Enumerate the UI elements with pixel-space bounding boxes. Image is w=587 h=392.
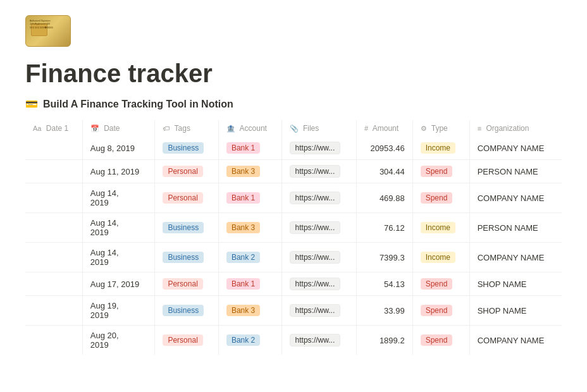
file-link[interactable]: https://ww... — [290, 278, 341, 290]
cell-type: Spend — [412, 296, 469, 326]
type-badge: Income — [421, 252, 455, 263]
type-icon: ⚙ — [421, 125, 427, 132]
file-link[interactable]: https://ww... — [290, 142, 341, 154]
tag-badge: Personal — [163, 166, 202, 177]
account-badge: Bank 2 — [226, 252, 260, 263]
cell-tags: Personal — [155, 326, 218, 355]
tags-icon: 🏷 — [163, 125, 170, 132]
account-badge: Bank 1 — [226, 278, 260, 290]
cell-account: Bank 2 — [218, 326, 281, 355]
cell-tags: Business — [155, 213, 218, 243]
file-link[interactable]: https://ww... — [290, 304, 341, 317]
cell-date1 — [25, 213, 82, 243]
cell-files[interactable]: https://ww... — [281, 326, 356, 355]
cell-files[interactable]: https://ww... — [281, 296, 356, 326]
col-header-date1: Aa Date 1 — [25, 120, 82, 137]
cell-files[interactable]: https://ww... — [281, 137, 356, 160]
file-link[interactable]: https://ww... — [290, 221, 341, 234]
tag-badge: Business — [163, 222, 204, 233]
cell-account: Bank 1 — [218, 183, 281, 213]
account-badge: Bank 2 — [226, 334, 260, 346]
cell-date: Aug 20,2019 — [82, 326, 155, 355]
file-link[interactable]: https://ww... — [290, 165, 341, 178]
cell-amount: 1899.2 — [356, 326, 412, 355]
file-link[interactable]: https://ww... — [290, 251, 341, 264]
table-row: Aug 17, 2019PersonalBank 1https://ww...5… — [25, 273, 562, 296]
cell-date1 — [25, 243, 82, 273]
cell-amount: 33.99 — [356, 296, 412, 326]
file-link[interactable]: https://ww... — [290, 192, 341, 204]
cell-amount: 469.88 — [356, 183, 412, 213]
type-badge: Spend — [421, 192, 453, 204]
cell-tags: Business — [155, 296, 218, 326]
section-icon: 💳 — [25, 98, 38, 110]
cell-files[interactable]: https://ww... — [281, 243, 356, 273]
type-badge: Spend — [421, 166, 453, 177]
section-header: 💳 Build A Finance Tracking Tool in Notio… — [25, 98, 562, 110]
cell-organization: COMPANY NAME — [469, 243, 562, 273]
cell-organization: SHOP NAME — [469, 273, 562, 296]
cell-tags: Business — [155, 243, 218, 273]
cell-amount: 7399.3 — [356, 243, 412, 273]
file-link[interactable]: https://ww... — [290, 334, 341, 346]
page-title: Finance tracker — [25, 59, 562, 88]
cell-organization: COMPANY NAME — [469, 183, 562, 213]
cell-date1 — [25, 296, 82, 326]
cell-account: Bank 3 — [218, 213, 281, 243]
cell-files[interactable]: https://ww... — [281, 273, 356, 296]
cell-date: Aug 11, 2019 — [82, 160, 155, 183]
table-row: Aug 8, 2019BusinessBank 1https://ww...20… — [25, 137, 562, 160]
cell-date: Aug 19,2019 — [82, 296, 155, 326]
cell-amount: 20953.46 — [356, 137, 412, 160]
cell-date1 — [25, 160, 82, 183]
col-header-tags: 🏷 Tags — [155, 120, 218, 137]
cell-organization: COMPANY NAME — [469, 326, 562, 355]
cell-organization: PERSON NAME — [469, 160, 562, 183]
table-row: Aug 14,2019PersonalBank 1https://ww...46… — [25, 183, 562, 213]
cell-tags: Personal — [155, 273, 218, 296]
cell-files[interactable]: https://ww... — [281, 183, 356, 213]
section-header-text: Build A Finance Tracking Tool in Notion — [43, 99, 233, 110]
cell-type: Spend — [412, 326, 469, 355]
tag-badge: Personal — [163, 278, 202, 290]
table-row: Aug 20,2019PersonalBank 2https://ww...18… — [25, 326, 562, 355]
cell-account: Bank 3 — [218, 296, 281, 326]
tag-badge: Business — [163, 305, 204, 316]
tag-badge: Personal — [163, 334, 202, 346]
cell-amount: 76.12 — [356, 213, 412, 243]
tag-badge: Business — [163, 142, 204, 154]
cell-files[interactable]: https://ww... — [281, 213, 356, 243]
table-row: Aug 11, 2019PersonalBank 3https://ww...3… — [25, 160, 562, 183]
cell-date1 — [25, 273, 82, 296]
cell-files[interactable]: https://ww... — [281, 160, 356, 183]
cell-account: Bank 1 — [218, 137, 281, 160]
cell-account: Bank 2 — [218, 243, 281, 273]
col-header-account: 🏦 Account — [218, 120, 281, 137]
cell-organization: PERSON NAME — [469, 213, 562, 243]
cell-date: Aug 14,2019 — [82, 243, 155, 273]
table-header-row: Aa Date 1 📅 Date 🏷 Tags 🏦 Account 📎 — [25, 120, 562, 137]
amount-icon: # — [364, 125, 368, 132]
account-badge: Bank 1 — [226, 142, 260, 154]
org-icon: ≡ — [478, 125, 481, 132]
col-header-files: 📎 Files — [281, 120, 356, 137]
type-badge: Spend — [421, 334, 453, 346]
col-header-type: ⚙ Type — [412, 120, 469, 137]
cell-date: Aug 14,2019 — [82, 213, 155, 243]
cell-date1 — [25, 183, 82, 213]
type-badge: Income — [421, 222, 455, 233]
table-row: Aug 14,2019BusinessBank 3https://ww...76… — [25, 213, 562, 243]
type-badge: Spend — [421, 305, 453, 316]
cell-tags: Personal — [155, 160, 218, 183]
cell-date1 — [25, 137, 82, 160]
cell-tags: Business — [155, 137, 218, 160]
cell-type: Income — [412, 137, 469, 160]
cell-date: Aug 8, 2019 — [82, 137, 155, 160]
cell-amount: 304.44 — [356, 160, 412, 183]
account-badge: Bank 3 — [226, 222, 260, 233]
account-icon: 🏦 — [226, 125, 235, 132]
cell-type: Income — [412, 243, 469, 273]
finance-table: Aa Date 1 📅 Date 🏷 Tags 🏦 Account 📎 — [25, 120, 562, 355]
date-icon: 📅 — [90, 125, 99, 132]
col-header-date: 📅 Date — [82, 120, 155, 137]
